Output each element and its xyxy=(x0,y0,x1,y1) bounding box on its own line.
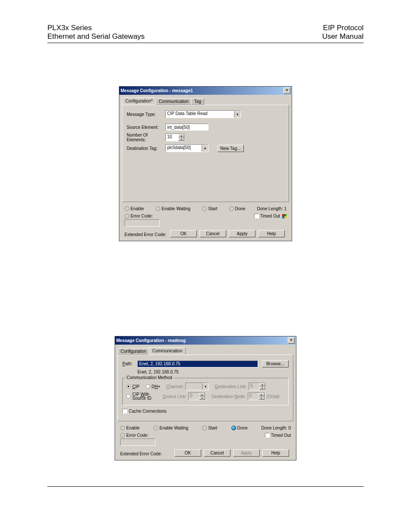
timed-out-checkbox[interactable] xyxy=(265,433,270,438)
label-error-code: Error Code: xyxy=(126,433,149,438)
enable-led xyxy=(120,426,125,430)
label-enable-waiting: Enable Waiting xyxy=(162,206,190,211)
label-cip-with: CIP WithSource ID xyxy=(132,392,151,400)
enable-waiting-led xyxy=(153,426,158,430)
done-led xyxy=(229,206,234,211)
label-num-elements: Number Of Elements: xyxy=(127,133,165,142)
message-config-dialog-2: Message Configuration - readmsg × Config… xyxy=(115,336,296,460)
timed-out-checkbox[interactable] xyxy=(254,214,259,218)
label-start: Start xyxy=(208,426,217,430)
destination-tag-value: plc5data[50] xyxy=(166,145,202,152)
browse-button[interactable]: Browse... xyxy=(262,360,289,367)
titlebar[interactable]: Message Configuration - message1 × xyxy=(119,87,292,95)
label-message-type: Message Type: xyxy=(127,112,165,117)
communication-method-group: Communication Method CIP DH+ Channel: ▼ xyxy=(122,378,289,405)
destination-tag-select[interactable]: plc5data[50] ▼ xyxy=(165,144,209,152)
new-tag-button[interactable]: New Tag... xyxy=(217,145,244,152)
label-start: Start xyxy=(208,206,217,211)
label-timed-out: Timed Out xyxy=(260,214,280,218)
label-extended-error: Extended Error Code: xyxy=(123,232,166,237)
label-channel: Channel: xyxy=(166,384,184,389)
message-type-select[interactable]: CIP Data Table Read ▼ xyxy=(165,110,241,118)
header-subtitle: Ethernet and Serial Gateways xyxy=(47,32,145,41)
dest-link-value: 0 xyxy=(249,383,259,390)
label-source-element: Source Element: xyxy=(127,125,165,130)
titlebar[interactable]: Message Configuration - readmsg × xyxy=(115,336,296,345)
label-timed-out: Timed Out xyxy=(271,433,291,438)
start-led xyxy=(202,426,207,430)
dest-node-value: 0 xyxy=(248,393,258,400)
apply-button[interactable]: Apply xyxy=(229,230,255,237)
label-cip: CIP xyxy=(132,384,140,389)
label-destination-tag: Destination Tag: xyxy=(127,146,165,151)
start-led xyxy=(202,206,207,211)
label-cache: Cache Connections xyxy=(129,409,166,414)
dest-node-spinner: 0 ▲▼ xyxy=(248,392,265,400)
close-icon[interactable]: × xyxy=(288,337,295,344)
label-dest-link: Destination Link: xyxy=(215,384,247,389)
source-element-input[interactable] xyxy=(165,124,209,131)
cancel-button[interactable]: Cancel xyxy=(204,449,230,457)
ok-button[interactable]: OK xyxy=(170,230,197,237)
footer-rule xyxy=(47,486,364,487)
label-enable: Enable xyxy=(126,426,140,430)
error-led xyxy=(125,214,129,218)
cache-connections-checkbox[interactable] xyxy=(122,409,127,414)
header-doctype: User Manual xyxy=(322,32,364,41)
help-button[interactable]: Help xyxy=(258,230,285,237)
label-extended-error: Extended Error Code: xyxy=(118,451,162,456)
help-button[interactable]: Help xyxy=(262,449,289,457)
path-echo: Enet, 2, 192.168.0.75 xyxy=(137,370,179,374)
error-display xyxy=(125,219,160,227)
label-error-code: Error Code: xyxy=(131,214,153,218)
dest-link-spinner: 0 ▲▼ xyxy=(249,383,266,390)
label-done: Done xyxy=(237,426,248,430)
close-icon[interactable]: × xyxy=(283,87,290,94)
tab-communication[interactable]: Communication xyxy=(156,98,191,105)
tab-communication[interactable]: Communication xyxy=(149,347,185,355)
cancel-button[interactable]: Cancel xyxy=(199,230,226,237)
spinner-down-icon[interactable]: ▼ xyxy=(178,137,184,141)
label-done: Done xyxy=(235,206,246,211)
header-protocol: EIP Protocol xyxy=(322,24,364,32)
done-led xyxy=(231,426,236,430)
error-led xyxy=(120,433,125,438)
cip-with-source-radio[interactable] xyxy=(126,394,131,398)
message-type-value: CIP Data Table Read xyxy=(166,111,234,118)
cip-radio[interactable] xyxy=(126,384,131,389)
label-dh: DH+ xyxy=(152,384,160,389)
num-elements-value: 10 xyxy=(166,134,178,141)
enable-led xyxy=(125,206,129,211)
tab-tag[interactable]: Tag xyxy=(191,98,204,105)
label-source-link: Source Link: xyxy=(162,394,187,399)
label-done-length: Done Length: 0 xyxy=(262,426,291,430)
spinner-up-icon[interactable]: ▲ xyxy=(178,134,184,137)
chevron-down-icon: ▼ xyxy=(202,383,209,390)
path-input[interactable]: Enet, 2, 192.168.0.75 xyxy=(137,361,258,367)
label-comm-method: Communication Method xyxy=(125,375,174,380)
ok-button[interactable]: OK xyxy=(174,449,201,457)
chevron-down-icon[interactable]: ▼ xyxy=(202,145,208,152)
label-path: Path: xyxy=(122,361,137,366)
chevron-down-icon[interactable]: ▼ xyxy=(234,111,240,118)
flag-icon xyxy=(282,214,286,218)
apply-button: Apply xyxy=(233,449,260,457)
channel-select: ▼ xyxy=(185,383,209,390)
num-elements-spinner[interactable]: 10 ▲ ▼ xyxy=(165,134,185,141)
label-enable-waiting: Enable Waiting xyxy=(159,426,188,430)
tab-configuration[interactable]: Configuration* xyxy=(122,97,156,105)
enable-waiting-led xyxy=(156,206,160,211)
dh-radio[interactable] xyxy=(146,384,150,389)
message-config-dialog-1: Message Configuration - message1 × Confi… xyxy=(119,86,292,241)
source-link-value: 0 xyxy=(189,393,199,400)
header-series: PLX3x Series xyxy=(47,24,145,32)
label-dest-node: Destination Node: xyxy=(212,394,246,399)
error-display xyxy=(120,439,156,446)
tab-configuration[interactable]: Configuration xyxy=(118,348,149,355)
page-header: PLX3x Series Ethernet and Serial Gateway… xyxy=(47,24,364,43)
window-title: Message Configuration - readmsg xyxy=(116,338,186,343)
source-link-spinner: 0 ▲▼ xyxy=(188,392,206,400)
label-octal: (Octal) xyxy=(267,394,280,399)
label-done-length: Done Length: 1 xyxy=(257,206,286,211)
label-enable: Enable xyxy=(131,206,144,211)
